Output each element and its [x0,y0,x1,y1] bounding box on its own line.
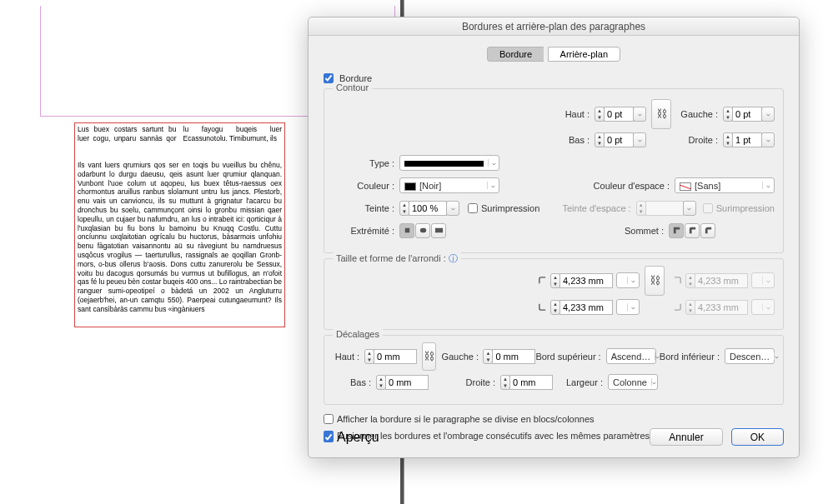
teinte-drop[interactable]: ⌵ [446,201,459,216]
teinte-stepper[interactable]: ▲▼ [399,201,447,216]
svg-rect-2 [434,228,442,233]
corner-tl-icon [534,273,549,288]
off-gauche-label: Gauche : [441,352,483,362]
corner-br-shape: ⌵ [751,299,775,315]
show-split-checkbox[interactable]: Afficher la bordure si le paragraphe se … [324,413,595,424]
bas-stepper[interactable]: ▲▼ [595,132,634,147]
join-round-icon[interactable] [685,223,700,238]
droite-label: Droite : [676,135,723,145]
ok-button[interactable]: OK [731,428,784,446]
bord-inf-select[interactable]: Descen…⌵ [725,348,775,364]
off-haut-label: Haut : [333,352,364,362]
teinte-espace-label: Teinte d'espace : [544,203,636,213]
corner-tl-shape[interactable]: ⌵ [616,272,640,288]
off-bas-stepper[interactable]: ▲▼ [376,375,429,390]
largeur-label: Largeur : [566,377,608,387]
corner-bl-icon [534,300,549,315]
droite-drop[interactable]: ⌵ [761,132,775,147]
bord-inf-label: Bord inférieur : [660,352,725,362]
preview-checkbox[interactable]: Aperçu [324,429,379,445]
text-frame[interactable]: Lus buex costars sartunt bu luer cogu, u… [74,122,285,327]
bas-input[interactable] [604,132,634,147]
corner-tr-shape: ⌵ [751,272,775,288]
dialog-title: Bordures et arrière-plan des paragraphes [309,17,799,36]
droite-input[interactable] [732,132,762,147]
teinte-label: Teinte : [333,203,399,213]
gauche-stepper[interactable]: ▲▼ [723,107,762,122]
tab-bordure[interactable]: Bordure [487,47,544,62]
offsets-group: Décalages Haut : ▲▼ ⛓ Gauche : ▲▼ Bord s… [324,335,784,405]
corner-tr-stepper: ▲▼ [685,273,748,288]
gauche-input[interactable] [732,107,762,122]
link-stroke-icon[interactable]: ⛓ [651,99,671,129]
droite-stepper[interactable]: ▲▼ [723,132,762,147]
link-offset-icon[interactable]: ⛓ [422,342,436,371]
bas-label: Bas : [548,135,595,145]
teinte-espace-stepper: ▲▼ [636,201,684,216]
bas-drop[interactable]: ⌵ [633,132,646,147]
haut-stepper[interactable]: ▲▼ [595,107,634,122]
teinte-espace-drop: ⌵ [683,201,696,216]
gauche-label: Gauche : [676,109,723,119]
corner-br-icon [670,300,685,315]
type-select[interactable]: ⌵ [399,155,499,171]
surimpression2-checkbox: Surimpression [703,202,775,213]
frame-col1: Lus buex costars sartunt bu luer cogu, u… [78,125,282,158]
corner-tl-stepper[interactable]: ▲▼ [550,273,613,288]
offsets-legend: Décalages [333,329,383,339]
haut-input[interactable] [604,107,634,122]
corner-tr-icon [670,273,685,288]
haut-label: Haut : [548,109,595,119]
contour-legend: Contour [333,82,372,92]
join-miter-icon[interactable] [669,223,684,238]
frame-body: Ils vant luers qrumiurs qos ser en toqis… [78,161,282,314]
link-corner-icon[interactable]: ⛓ [645,266,665,296]
bord-sup-select[interactable]: Ascend…⌵ [606,348,656,364]
haut-drop[interactable]: ⌵ [633,107,646,122]
gauche-drop[interactable]: ⌵ [761,107,775,122]
type-label: Type : [333,158,399,168]
extremite-label: Extrémité : [333,226,399,236]
couleur-espace-select[interactable]: [Sans]⌵ [675,177,775,193]
tab-arriere-plan[interactable]: Arrière-plan [548,47,620,62]
svg-rect-0 [404,228,409,233]
contour-group: Contour Haut : ▲▼ ⌵ ⛓ Gauche : ▲▼ ⌵ Bas … [324,88,784,253]
off-droite-stepper[interactable]: ▲▼ [500,375,553,390]
svg-rect-1 [419,228,425,233]
sommet-label: Sommet : [610,226,669,236]
join-bevel-icon[interactable] [700,223,715,238]
cap-round-icon[interactable] [415,223,430,238]
corner-legend: Taille et forme de l'arrondi : ⓘ [333,252,461,265]
corner-bl-shape[interactable]: ⌵ [616,299,640,315]
corner-group: Taille et forme de l'arrondi : ⓘ ▲▼ ⌵ ⛓ … [324,258,784,330]
couleur-select[interactable]: [Noir]⌵ [399,177,499,193]
tab-segmented-control: Bordure Arrière-plan [309,46,799,62]
off-haut-stepper[interactable]: ▲▼ [364,349,417,364]
teinte-input[interactable] [409,201,447,216]
corner-bl-stepper[interactable]: ▲▼ [550,300,613,315]
surimpression-checkbox[interactable]: Surimpression [468,202,539,213]
cap-butt-icon[interactable] [399,223,414,238]
couleur-espace-label: Couleur d'espace : [583,181,675,191]
cap-projecting-icon[interactable] [431,223,446,238]
cancel-button[interactable]: Annuler [650,428,722,446]
couleur-label: Couleur : [333,181,399,191]
paragraph-borders-dialog: Bordures et arrière-plan des paragraphes… [308,17,800,458]
off-droite-label: Droite : [459,377,500,387]
off-gauche-stepper[interactable]: ▲▼ [483,349,535,364]
largeur-select[interactable]: Colonne⌵ [608,374,658,390]
corner-br-stepper: ▲▼ [685,300,748,315]
off-bas-label: Bas : [333,377,376,387]
bord-sup-label: Bord supérieur : [535,352,605,362]
